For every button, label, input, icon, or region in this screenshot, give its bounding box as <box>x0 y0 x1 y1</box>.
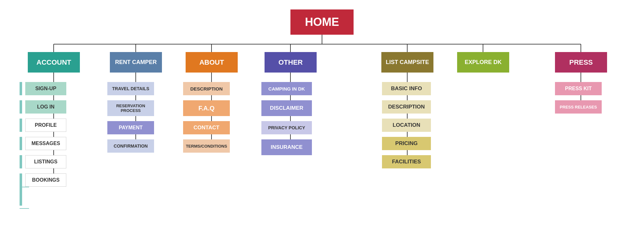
teal-bar-messages <box>20 137 22 150</box>
basic-info-label: BASIC INFO <box>391 85 422 92</box>
teal-bar-extra <box>20 187 22 206</box>
about-description-node[interactable]: DESCRIPTION <box>183 82 230 95</box>
location-node[interactable]: LOCATION <box>382 119 431 132</box>
other-node[interactable]: OTHER <box>265 52 317 73</box>
pricing-node[interactable]: PRICING <box>382 137 431 150</box>
signup-node[interactable]: SIGN-UP <box>25 82 66 95</box>
faq-label: F.A.Q <box>198 105 214 112</box>
terms-label: TERMS/CONDITIONS <box>186 144 227 149</box>
press-releases-label: PRESS RELEASES <box>560 105 597 109</box>
messages-label: MESSAGES <box>32 141 60 146</box>
press-label: PRESS <box>569 58 593 67</box>
signup-label: SIGN-UP <box>35 86 57 91</box>
basic-info-node[interactable]: BASIC INFO <box>382 82 431 95</box>
travel-details-node[interactable]: TRAVEL DETAILS <box>107 82 154 95</box>
rent-camper-label: RENT CAMPER <box>115 59 157 66</box>
faq-node[interactable]: F.A.Q <box>183 100 230 116</box>
facilities-node[interactable]: FACILITIES <box>382 155 431 168</box>
contact-label: CONTACT <box>194 125 219 131</box>
teal-bar-signup <box>20 82 22 95</box>
payment-label: PAYMENT <box>119 125 143 131</box>
press-releases-node[interactable]: PRESS RELEASES <box>555 100 602 114</box>
press-kit-label: PRESS KIT <box>565 86 592 91</box>
home-label: HOME <box>305 15 339 29</box>
terms-node[interactable]: TERMS/CONDITIONS <box>183 139 230 153</box>
listings-node[interactable]: LISTINGS <box>25 155 66 168</box>
account-node[interactable]: ACCOUNT <box>28 52 80 73</box>
insurance-label: INSURANCE <box>271 144 302 150</box>
profile-node[interactable]: PROFILE <box>25 119 66 132</box>
camping-in-dk-label: CAMPING IN DK <box>268 86 305 91</box>
confirmation-node[interactable]: CONFIRMATION <box>107 139 154 153</box>
bookings-node[interactable]: BOOKINGS <box>25 173 66 187</box>
explore-dk-node[interactable]: EXPLORE DK <box>457 52 509 73</box>
reservation-process-node[interactable]: RESERVATION PROCESS <box>107 100 154 116</box>
rent-camper-node[interactable]: RENT CAMPER <box>110 52 162 73</box>
privacy-policy-label: PRIVACY POLICY <box>268 125 305 130</box>
list-campsite-node[interactable]: LIST CAMPSITE <box>381 52 433 73</box>
about-description-label: DESCRIPTION <box>190 86 223 91</box>
about-label: ABOUT <box>199 58 224 67</box>
press-kit-node[interactable]: PRESS KIT <box>555 82 602 95</box>
lc-description-node[interactable]: DESCRIPTION <box>382 100 431 114</box>
explore-dk-label: EXPLORE DK <box>465 59 502 66</box>
about-node[interactable]: ABOUT <box>186 52 238 73</box>
connector-lines <box>0 0 644 246</box>
reservation-process-label: RESERVATION PROCESS <box>107 103 154 113</box>
disclaimer-label: DISCLAIMER <box>270 105 303 111</box>
payment-node[interactable]: PAYMENT <box>107 121 154 134</box>
teal-bar-bookings <box>20 173 22 187</box>
disclaimer-node[interactable]: DISCLAIMER <box>261 100 312 116</box>
messages-node[interactable]: MESSAGES <box>25 137 66 150</box>
login-label: LOG IN <box>37 104 54 110</box>
camping-in-dk-node[interactable]: CAMPING IN DK <box>261 82 312 95</box>
teal-bar-login <box>20 100 22 114</box>
login-node[interactable]: LOG IN <box>25 100 66 114</box>
contact-node[interactable]: CONTACT <box>183 121 230 134</box>
privacy-policy-node[interactable]: PRIVACY POLICY <box>261 121 312 134</box>
other-label: OTHER <box>278 58 303 67</box>
pricing-label: PRICING <box>395 140 418 147</box>
teal-bar-h1 <box>20 187 29 187</box>
home-node[interactable]: HOME <box>290 9 354 35</box>
listings-label: LISTINGS <box>34 159 57 165</box>
teal-bar-listings <box>20 155 22 168</box>
teal-bar-h2 <box>20 208 29 209</box>
account-label: ACCOUNT <box>37 58 71 67</box>
lc-description-label: DESCRIPTION <box>388 104 425 110</box>
facilities-label: FACILITIES <box>392 159 421 165</box>
teal-bar-profile <box>20 119 22 132</box>
bookings-label: BOOKINGS <box>32 177 59 183</box>
list-campsite-label: LIST CAMPSITE <box>386 59 429 66</box>
travel-details-label: TRAVEL DETAILS <box>112 86 149 91</box>
confirmation-label: CONFIRMATION <box>114 144 148 149</box>
profile-label: PROFILE <box>35 122 57 128</box>
site-map-diagram: HOME ACCOUNT RENT CAMPER ABOUT OTHER LIS… <box>0 0 644 246</box>
press-node[interactable]: PRESS <box>555 52 607 73</box>
location-label: LOCATION <box>393 122 420 128</box>
insurance-node[interactable]: INSURANCE <box>261 139 312 155</box>
